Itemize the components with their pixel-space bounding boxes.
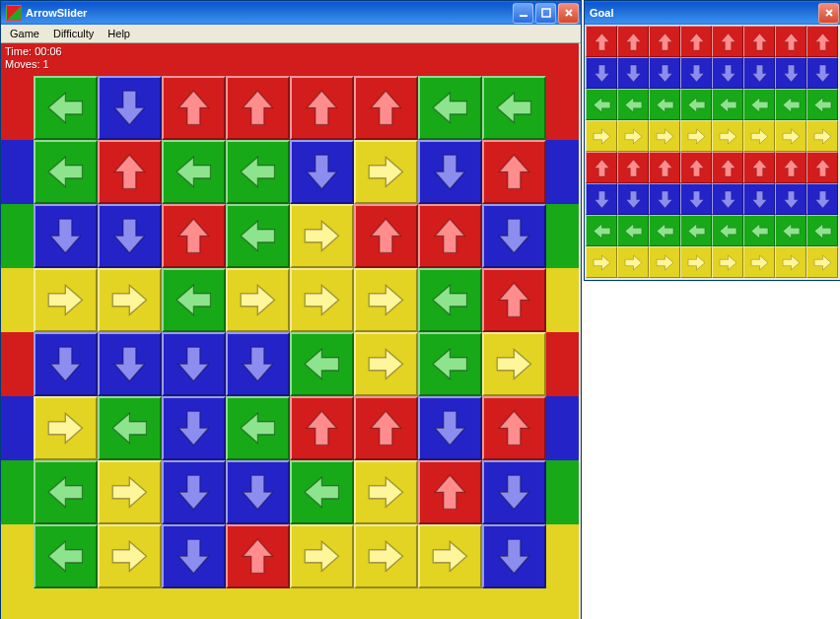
tile-4-5[interactable]	[354, 332, 418, 396]
tile-7-6[interactable]	[418, 524, 482, 588]
tile-1-3[interactable]	[226, 140, 290, 204]
tile-2-1[interactable]	[98, 204, 162, 268]
tile-0-4[interactable]	[290, 76, 354, 140]
goal-close-button[interactable]	[818, 3, 839, 24]
tile-4-7[interactable]	[482, 332, 546, 396]
tile-3-2[interactable]	[162, 268, 226, 332]
edge-bottom-5[interactable]	[354, 588, 418, 619]
close-button[interactable]	[558, 3, 579, 24]
tile-6-0[interactable]	[34, 460, 98, 524]
edge-top-3[interactable]	[226, 43, 290, 76]
edge-left-0[interactable]	[1, 76, 34, 140]
tile-3-7[interactable]	[482, 268, 546, 332]
edge-right-1[interactable]	[546, 140, 579, 204]
tile-2-6[interactable]	[418, 204, 482, 268]
edge-right-3[interactable]	[546, 268, 579, 332]
tile-3-4[interactable]	[290, 268, 354, 332]
edge-bottom-3[interactable]	[226, 588, 290, 619]
main-board[interactable]	[1, 43, 579, 619]
tile-2-0[interactable]	[34, 204, 98, 268]
tile-5-1[interactable]	[98, 396, 162, 460]
tile-7-2[interactable]	[162, 524, 226, 588]
tile-1-2[interactable]	[162, 140, 226, 204]
tile-4-6[interactable]	[418, 332, 482, 396]
tile-7-3[interactable]	[226, 524, 290, 588]
edge-left-1[interactable]	[1, 140, 34, 204]
edge-bottom-1[interactable]	[98, 588, 162, 619]
tile-5-0[interactable]	[34, 396, 98, 460]
tile-5-2[interactable]	[162, 396, 226, 460]
edge-right-2[interactable]	[546, 204, 579, 268]
goal-titlebar[interactable]: Goal	[585, 1, 840, 25]
edge-top-1[interactable]	[98, 43, 162, 76]
tile-3-6[interactable]	[418, 268, 482, 332]
tile-7-1[interactable]	[98, 524, 162, 588]
menu-help[interactable]: Help	[101, 27, 137, 40]
edge-right-4[interactable]	[546, 332, 579, 396]
edge-bottom-4[interactable]	[290, 588, 354, 619]
tile-2-5[interactable]	[354, 204, 418, 268]
tile-6-6[interactable]	[418, 460, 482, 524]
edge-bottom-0[interactable]	[34, 588, 98, 619]
tile-3-0[interactable]	[34, 268, 98, 332]
tile-2-3[interactable]	[226, 204, 290, 268]
maximize-button[interactable]	[535, 3, 556, 24]
tile-2-7[interactable]	[482, 204, 546, 268]
tile-0-2[interactable]	[162, 76, 226, 140]
edge-left-6[interactable]	[1, 460, 34, 524]
tile-0-5[interactable]	[354, 76, 418, 140]
edge-bottom-7[interactable]	[482, 588, 546, 619]
tile-6-2[interactable]	[162, 460, 226, 524]
menu-difficulty[interactable]: Difficulty	[46, 27, 101, 40]
tile-1-6[interactable]	[418, 140, 482, 204]
tile-5-3[interactable]	[226, 396, 290, 460]
tile-7-4[interactable]	[290, 524, 354, 588]
tile-6-3[interactable]	[226, 460, 290, 524]
tile-4-3[interactable]	[226, 332, 290, 396]
edge-right-7[interactable]	[546, 524, 579, 588]
tile-4-4[interactable]	[290, 332, 354, 396]
minimize-button[interactable]	[513, 3, 533, 24]
tile-3-1[interactable]	[98, 268, 162, 332]
tile-0-6[interactable]	[418, 76, 482, 140]
edge-left-4[interactable]	[1, 332, 34, 396]
tile-1-0[interactable]	[34, 140, 98, 204]
tile-2-4[interactable]	[290, 204, 354, 268]
edge-left-7[interactable]	[1, 524, 34, 588]
tile-1-1[interactable]	[98, 140, 162, 204]
edge-right-0[interactable]	[546, 76, 579, 140]
tile-6-4[interactable]	[290, 460, 354, 524]
tile-6-7[interactable]	[482, 460, 546, 524]
edge-top-7[interactable]	[482, 43, 546, 76]
edge-right-6[interactable]	[546, 460, 579, 524]
edge-top-6[interactable]	[418, 43, 482, 76]
tile-5-5[interactable]	[354, 396, 418, 460]
tile-0-1[interactable]	[98, 76, 162, 140]
edge-top-5[interactable]	[354, 43, 418, 76]
tile-5-4[interactable]	[290, 396, 354, 460]
edge-top-4[interactable]	[290, 43, 354, 76]
tile-3-5[interactable]	[354, 268, 418, 332]
edge-right-5[interactable]	[546, 396, 579, 460]
edge-left-2[interactable]	[1, 204, 34, 268]
edge-left-5[interactable]	[1, 396, 34, 460]
tile-6-5[interactable]	[354, 460, 418, 524]
tile-1-4[interactable]	[290, 140, 354, 204]
tile-4-1[interactable]	[98, 332, 162, 396]
tile-7-7[interactable]	[482, 524, 546, 588]
tile-7-0[interactable]	[34, 524, 98, 588]
tile-2-2[interactable]	[162, 204, 226, 268]
edge-bottom-6[interactable]	[418, 588, 482, 619]
tile-0-7[interactable]	[482, 76, 546, 140]
tile-4-2[interactable]	[162, 332, 226, 396]
menu-game[interactable]: Game	[3, 27, 46, 40]
tile-3-3[interactable]	[226, 268, 290, 332]
main-titlebar[interactable]: ArrowSlider	[1, 1, 581, 25]
edge-bottom-2[interactable]	[162, 588, 226, 619]
tile-1-5[interactable]	[354, 140, 418, 204]
edge-left-3[interactable]	[1, 268, 34, 332]
tile-1-7[interactable]	[482, 140, 546, 204]
tile-4-0[interactable]	[34, 332, 98, 396]
tile-6-1[interactable]	[98, 460, 162, 524]
tile-5-7[interactable]	[482, 396, 546, 460]
